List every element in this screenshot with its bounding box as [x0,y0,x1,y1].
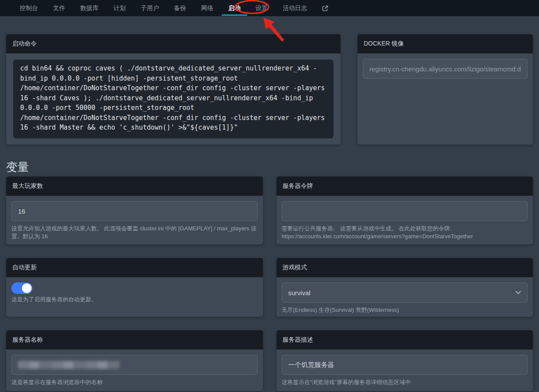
server-description-header: 服务器描述 [277,330,533,350]
max-players-header: 最大玩家数 [6,177,263,196]
startup-command-body: cd bin64 && coproc caves ( ./dontstarve_… [6,53,340,145]
auto-update-toggle[interactable] [11,283,32,294]
variable-card-server-description: 服务器描述 这将显示在“浏览游戏”屏幕的服务器详细信息区域中 [277,330,533,391]
tab-network[interactable]: 网络 [194,0,221,16]
tab-subusers[interactable]: 子用户 [133,0,167,16]
game-mode-selected-value: survival [288,289,311,297]
server-description-input[interactable] [282,355,528,375]
max-players-description: 设置允许加入游戏的最大玩家人数。 此选项会覆盖 cluster.ini 中的 [… [11,225,258,240]
tab-console[interactable]: 控制台 [12,0,46,16]
startup-command-title: 启动命令 [12,40,37,48]
server-name-input[interactable] [11,355,258,375]
variables-heading: 变量 [6,160,533,173]
server-token-description: 需要运行公共服务器。 这需要从游戏中生成。 在此处获取您的令牌: https:/… [282,225,528,240]
docker-image-body [358,53,533,145]
top-navbar: 控制台 文件 数据库 计划 子用户 备份 网络 启动 设置 活动日志 [0,0,539,16]
server-name-description: 这是将显示在服务器浏览器中的名称 [11,378,258,386]
docker-image-header: DOCKER 镜像 [358,34,533,53]
server-name-header: 服务器名称 [6,330,263,350]
variable-card-max-players: 最大玩家数 设置允许加入游戏的最大玩家人数。 此选项会覆盖 cluster.in… [6,177,263,244]
tab-activity[interactable]: 活动日志 [275,0,315,16]
server-description-description: 这将显示在“浏览游戏”屏幕的服务器详细信息区域中 [282,378,528,386]
toggle-knob [22,283,32,293]
tab-backups[interactable]: 备份 [167,0,194,16]
top-panels: 启动命令 cd bin64 && coproc caves ( ./dontst… [6,34,533,145]
variable-card-game-mode: 游戏模式 survival 无尽(Endless) 生存(Survival) 荒… [277,258,533,317]
server-token-title: 服务器令牌 [283,182,313,190]
variable-card-server-name: 服务器名称 这是将显示在服务器浏览器中的名称 [6,330,263,391]
variable-card-auto-update: 自动更新 这是为了启用服务器的自动更新。 [6,258,263,317]
game-mode-select[interactable]: survival [282,283,528,303]
tab-databases[interactable]: 数据库 [73,0,106,16]
tab-startup-label: 启动 [228,4,241,12]
game-mode-title: 游戏模式 [283,264,307,272]
max-players-input[interactable] [11,201,258,221]
variables-grid: 最大玩家数 设置允许加入游戏的最大玩家人数。 此选项会覆盖 cluster.in… [6,177,533,391]
tab-activity-label: 活动日志 [283,4,307,12]
tab-settings-label: 设置 [255,4,268,12]
server-token-input[interactable] [282,201,528,221]
tab-files[interactable]: 文件 [46,0,73,16]
game-mode-description: 无尽(Endless) 生存(Survival) 荒野(Wilderness) [282,306,528,314]
auto-update-header: 自动更新 [6,258,263,277]
tab-databases-label: 数据库 [80,4,99,12]
variable-card-server-token: 服务器令牌 需要运行公共服务器。 这需要从游戏中生成。 在此处获取您的令牌: h… [277,177,533,244]
tab-schedules[interactable]: 计划 [106,0,133,16]
max-players-title: 最大玩家数 [12,182,43,190]
external-link-icon[interactable] [315,0,336,16]
startup-command-text[interactable]: cd bin64 && coproc caves ( ./dontstarve_… [13,60,333,138]
chevron-down-icon [515,291,521,294]
docker-image-input[interactable] [363,59,528,79]
server-name-title: 服务器名称 [12,336,43,344]
auto-update-title: 自动更新 [12,264,37,272]
tab-schedules-label: 计划 [113,4,126,12]
server-token-header: 服务器令牌 [277,177,533,196]
tab-settings[interactable]: 设置 [248,0,275,16]
tab-subusers-label: 子用户 [141,4,159,12]
tab-startup[interactable]: 启动 [221,0,248,16]
tab-backups-label: 备份 [174,4,186,12]
auto-update-description: 这是为了启用服务器的自动更新。 [11,296,258,304]
server-description-title: 服务器描述 [283,336,313,344]
redacted-server-name-value [18,361,120,369]
startup-command-header: 启动命令 [6,34,340,53]
tab-console-label: 控制台 [20,4,38,12]
tab-files-label: 文件 [53,4,65,12]
docker-image-panel: DOCKER 镜像 [358,34,533,145]
docker-image-title: DOCKER 镜像 [364,40,404,48]
startup-command-panel: 启动命令 cd bin64 && coproc caves ( ./dontst… [6,34,340,145]
tab-network-label: 网络 [201,4,213,12]
game-mode-header: 游戏模式 [277,258,533,277]
